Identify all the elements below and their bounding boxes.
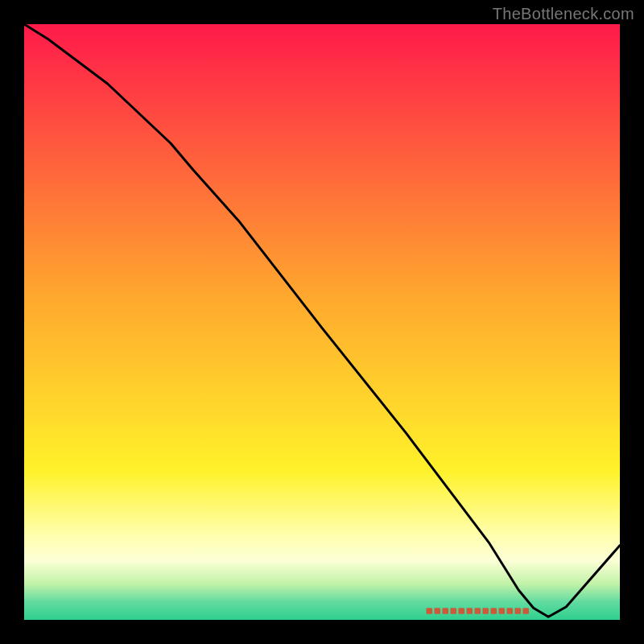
chart-svg xyxy=(24,24,620,620)
optimal-marker-dot xyxy=(515,608,522,614)
optimal-marker-dot xyxy=(483,608,489,614)
optimal-marker-dot xyxy=(467,608,473,614)
optimal-marker-dot xyxy=(427,608,433,614)
watermark-text: TheBottleneck.com xyxy=(493,5,634,23)
plot-area xyxy=(24,24,620,620)
optimal-marker-dot xyxy=(451,608,457,614)
chart-container: TheBottleneck.com xyxy=(0,0,644,644)
gradient-background xyxy=(24,24,620,620)
optimal-marker-dot xyxy=(523,608,530,614)
optimal-marker-dot xyxy=(435,608,441,614)
optimal-marker-dot xyxy=(507,608,514,614)
optimal-marker-dot xyxy=(499,608,506,614)
optimal-marker-dot xyxy=(443,608,449,614)
optimal-marker-dot xyxy=(491,608,497,614)
optimal-marker-dot xyxy=(475,608,481,614)
optimal-marker-dot xyxy=(459,608,465,614)
